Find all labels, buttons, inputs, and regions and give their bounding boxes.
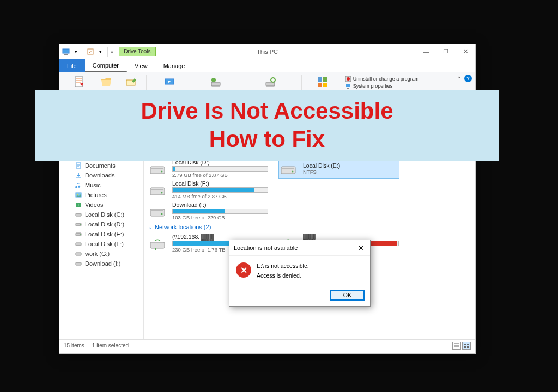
error-line-2: Access is denied. bbox=[257, 272, 309, 279]
separator bbox=[83, 47, 83, 57]
capacity-bar bbox=[172, 187, 268, 193]
tab-computer[interactable]: Computer bbox=[85, 59, 127, 72]
drive-icon bbox=[75, 211, 82, 218]
ribbon-collapse: ⌃ ? bbox=[457, 75, 472, 82]
pc-icon bbox=[62, 47, 70, 56]
svg-rect-13 bbox=[323, 83, 327, 87]
svg-rect-57 bbox=[282, 168, 294, 169]
selection-count: 1 item selected bbox=[92, 342, 129, 348]
drive-item[interactable]: Local Disk (D:)2.79 GB free of 2.87 GB bbox=[148, 159, 268, 178]
drive-icon bbox=[75, 230, 82, 238]
ok-button[interactable]: OK bbox=[330, 290, 365, 301]
svg-rect-56 bbox=[281, 167, 295, 174]
sidebar-label: Music bbox=[85, 182, 101, 188]
drive-icon bbox=[75, 260, 82, 267]
drive-subtext: 414 MB free of 2.87 GB bbox=[172, 193, 268, 199]
svg-point-15 bbox=[347, 77, 350, 81]
sidebar-item[interactable]: Local Disk (E:) bbox=[59, 229, 143, 239]
svg-rect-54 bbox=[151, 168, 163, 169]
uninstall-icon bbox=[345, 76, 351, 82]
svg-rect-70 bbox=[467, 344, 469, 345]
svg-rect-69 bbox=[464, 344, 466, 345]
network-header[interactable]: Network locations (2) bbox=[148, 224, 471, 230]
folder-open-icon bbox=[100, 76, 113, 89]
sidebar-item[interactable]: Videos bbox=[59, 200, 143, 210]
svg-point-64 bbox=[161, 213, 163, 215]
doc-icon bbox=[75, 162, 82, 169]
svg-rect-0 bbox=[63, 49, 69, 53]
svg-rect-62 bbox=[150, 209, 165, 216]
window-controls: — ☐ ✕ bbox=[416, 45, 475, 59]
svg-rect-17 bbox=[347, 88, 349, 89]
drive-subtext: 103 GB free of 229 GB bbox=[172, 215, 268, 220]
dialog-titlebar: Location is not available ✕ bbox=[229, 240, 370, 256]
tab-file[interactable]: File bbox=[59, 59, 85, 72]
drive-item[interactable]: Download (I:)103 GB free of 229 GB bbox=[148, 201, 268, 220]
maximize-button[interactable]: ☐ bbox=[436, 45, 456, 59]
svg-rect-59 bbox=[150, 188, 165, 195]
dropdown-icon[interactable]: ▾ bbox=[96, 47, 105, 56]
sidebar-item[interactable]: Documents bbox=[59, 161, 143, 170]
sidebar-label: Download (I:) bbox=[85, 260, 120, 267]
drive-icon bbox=[75, 220, 82, 228]
svg-point-27 bbox=[77, 194, 78, 195]
tiles-view-icon[interactable] bbox=[462, 342, 471, 350]
drive-info: Download (I:)103 GB free of 229 GB bbox=[172, 201, 268, 220]
down-icon bbox=[75, 171, 82, 179]
banner-line-1: Drive Is Not Accessible bbox=[141, 97, 393, 126]
titlebar: ▾ ▾ ≡ Drive Tools This PC — ☐ ✕ bbox=[59, 44, 475, 59]
drive-item[interactable]: Local Disk (F:)414 MB free of 2.87 GB bbox=[148, 180, 268, 199]
banner-line-2: How to Fix bbox=[209, 125, 325, 154]
close-button[interactable]: ✕ bbox=[456, 45, 475, 59]
dialog-message: E:\ is not accessible. Access is denied. bbox=[257, 262, 309, 282]
error-line-1: E:\ is not accessible. bbox=[257, 262, 309, 269]
sidebar-label: Documents bbox=[85, 162, 116, 169]
sidebar-item[interactable]: Music bbox=[59, 180, 143, 190]
dialog-footer: OK bbox=[229, 286, 370, 306]
sidebar-item[interactable]: work (G:) bbox=[59, 249, 143, 259]
capacity-bar bbox=[172, 166, 268, 171]
help-icon[interactable]: ? bbox=[464, 75, 472, 82]
system-properties-link[interactable]: System properties bbox=[345, 83, 419, 89]
sidebar-item[interactable]: Pictures bbox=[59, 190, 143, 200]
dropdown-icon[interactable]: ▾ bbox=[71, 47, 80, 56]
svg-rect-8 bbox=[266, 82, 275, 86]
sidebar-item[interactable]: Local Disk (F:) bbox=[59, 239, 143, 249]
drive-icon bbox=[75, 240, 82, 248]
svg-rect-16 bbox=[346, 84, 350, 87]
sidebar-item[interactable]: Local Disk (D:) bbox=[59, 219, 143, 229]
drive-icon bbox=[279, 161, 299, 176]
pic-icon bbox=[75, 191, 82, 199]
dialog-close-button[interactable]: ✕ bbox=[356, 243, 366, 253]
capacity-bar bbox=[172, 209, 268, 214]
minimize-button[interactable]: — bbox=[416, 45, 436, 59]
uninstall-link[interactable]: Uninstall or change a program bbox=[345, 76, 419, 82]
details-view-icon[interactable] bbox=[452, 342, 461, 350]
svg-point-34 bbox=[80, 234, 81, 235]
sidebar-label: Local Disk (C:) bbox=[85, 211, 124, 218]
drive-info: Local Disk (E:)NTFS bbox=[303, 162, 399, 175]
tab-manage[interactable]: Manage bbox=[156, 59, 193, 72]
drive-info: Local Disk (F:)414 MB free of 2.87 GB bbox=[172, 180, 268, 199]
sidebar-label: Local Disk (F:) bbox=[85, 241, 124, 247]
separator bbox=[107, 47, 108, 57]
svg-rect-71 bbox=[464, 346, 466, 348]
sidebar-item[interactable]: Download (I:) bbox=[59, 259, 143, 268]
sidebar-item[interactable]: Local Disk (C:) bbox=[59, 210, 143, 219]
collapse-icon[interactable]: ⌃ bbox=[457, 76, 461, 82]
sidebar-item[interactable]: Downloads bbox=[59, 170, 143, 180]
drive-info: Local Disk (D:)2.79 GB free of 2.87 GB bbox=[172, 159, 268, 178]
overflow-icon[interactable]: ≡ bbox=[111, 49, 113, 54]
sidebar-label: Local Disk (D:) bbox=[85, 221, 124, 228]
drive-subtext: 2.79 GB free of 2.87 GB bbox=[172, 172, 268, 178]
settings-icon bbox=[316, 76, 329, 89]
properties-icon bbox=[73, 76, 86, 89]
drive-item[interactable]: Local Disk (E:)NTFS bbox=[279, 159, 399, 178]
window-title: This PC bbox=[257, 48, 278, 55]
checkbox-icon[interactable] bbox=[86, 47, 95, 56]
drive-icon bbox=[148, 236, 168, 251]
media-icon bbox=[163, 76, 176, 89]
tab-view[interactable]: View bbox=[127, 59, 156, 72]
dialog-body: ✕ E:\ is not accessible. Access is denie… bbox=[229, 256, 370, 286]
contextual-tab: Drive Tools bbox=[119, 47, 155, 56]
